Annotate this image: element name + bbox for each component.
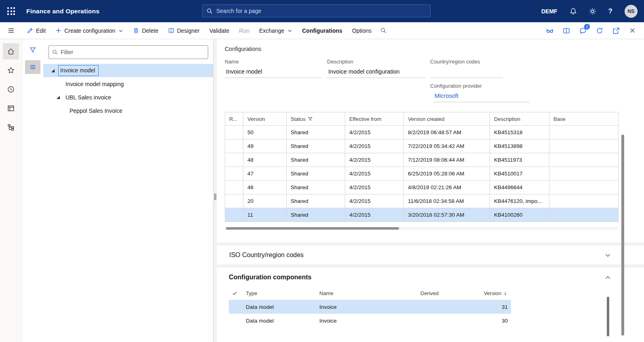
components-scrollbar[interactable] (607, 297, 609, 336)
configuration-provider-value[interactable]: Microsoft (433, 92, 530, 102)
modules-hierarchy-icon[interactable] (3, 119, 19, 135)
bell-icon[interactable] (570, 8, 577, 15)
tree-item-label: Invoice model mapping (65, 81, 124, 87)
version-row-selected[interactable]: 11 Shared 4/2/2015 3/20/2018 02:57:30 AM… (225, 208, 619, 222)
tree-filter-box[interactable] (49, 45, 208, 59)
cell-description: KB4100260 (490, 208, 549, 222)
create-configuration-button[interactable]: Create configuration (51, 22, 128, 39)
name-value[interactable]: Invoice model (225, 68, 322, 78)
create-configuration-label: Create configuration (64, 27, 115, 34)
cell-description: KB4510017 (490, 167, 549, 181)
message-balloon-icon[interactable]: 0 (577, 25, 589, 36)
column-status[interactable]: Status (287, 112, 345, 126)
tree-item-peppol-sales-invoice[interactable]: Peppol Sales Invoice (43, 104, 213, 117)
page-search-box[interactable] (202, 4, 431, 17)
cell-name-link[interactable]: Invoice (316, 300, 417, 314)
exchange-menu[interactable]: Exchange (254, 22, 297, 39)
cell-version: 47 (243, 167, 287, 181)
cell-base (549, 208, 619, 222)
configurations-menu[interactable]: Configurations (297, 22, 347, 39)
column-base[interactable]: Base (549, 112, 619, 126)
cell-name-link[interactable]: Invoice (316, 314, 417, 327)
name-label: Name (225, 59, 327, 65)
iso-section-title: ISO Country/region codes (229, 251, 304, 259)
filter-funnel-icon[interactable] (25, 43, 40, 57)
column-republish[interactable]: R... (225, 112, 243, 126)
version-row[interactable]: 48 Shared 4/2/2015 7/12/2019 08:06:44 AM… (225, 153, 619, 167)
splitter-grip[interactable] (214, 194, 216, 200)
panel-splitter[interactable] (213, 39, 217, 342)
configuration-provider-field: Configuration provider Microsoft (430, 83, 539, 102)
validate-button[interactable]: Validate (205, 22, 234, 39)
plus-icon (55, 27, 61, 34)
country-region-label: Country/region codes (430, 59, 539, 65)
designer-button[interactable]: Designer (163, 22, 205, 39)
version-row[interactable]: 50 Shared 4/2/2015 8/2/2019 06:48:57 AM … (225, 126, 619, 139)
country-region-value[interactable] (430, 68, 503, 78)
component-row[interactable]: Data model Invoice 30 (229, 314, 511, 327)
column-version[interactable]: Version (243, 112, 287, 126)
version-row[interactable]: 47 Shared 4/2/2015 6/25/2019 05:28:06 AM… (225, 167, 619, 181)
column-name[interactable]: Name (316, 287, 417, 300)
horizontal-scrollbar[interactable] (225, 227, 618, 230)
filter-funnel-icon[interactable] (308, 117, 312, 121)
tree-view-list-icon[interactable] (25, 60, 40, 74)
delete-button[interactable]: Delete (128, 22, 163, 39)
hamburger-icon[interactable] (0, 27, 22, 34)
options-menu[interactable]: Options (347, 22, 376, 39)
version-row[interactable]: 49 Shared 4/2/2015 7/22/2019 05:34:42 AM… (225, 139, 619, 153)
edit-button[interactable]: Edit (22, 22, 51, 39)
version-row[interactable]: 46 Shared 4/2/2015 4/8/2019 02:21:26 AM … (225, 181, 619, 194)
glasses-icon[interactable] (544, 25, 555, 36)
version-row[interactable]: 20 Shared 4/2/2015 11/6/2018 02:34:58 AM… (225, 194, 619, 208)
tree-item-invoice-model[interactable]: Invoice model (43, 64, 213, 77)
column-derived[interactable]: Derived (417, 287, 478, 300)
cell-base (549, 167, 619, 181)
help-icon[interactable]: ? (608, 7, 612, 15)
open-in-new-window-icon[interactable] (610, 25, 622, 36)
workspaces-icon[interactable] (3, 100, 19, 116)
refresh-icon[interactable] (593, 25, 605, 36)
chevron-down-icon[interactable] (605, 252, 611, 258)
column-version-sorted[interactable]: Version (478, 287, 511, 300)
tree-filter-input[interactable] (61, 49, 205, 55)
company-picker[interactable]: DEMF (541, 8, 557, 15)
horizontal-scrollbar-thumb[interactable] (226, 227, 399, 230)
component-row-selected[interactable]: Data model Invoice 31 (229, 300, 511, 314)
avatar[interactable]: NS (625, 5, 638, 18)
expand-triangle-icon[interactable] (51, 69, 55, 73)
column-description[interactable]: Description (490, 112, 549, 126)
column-effective-from[interactable]: Effective from (345, 112, 404, 126)
actionbar-search-icon[interactable] (376, 22, 391, 39)
favorites-star-icon[interactable] (3, 62, 19, 78)
split-view-icon[interactable] (560, 25, 572, 36)
close-icon[interactable] (627, 25, 638, 36)
cell-effective-from: 4/2/2015 (345, 139, 404, 153)
column-type[interactable]: Type (243, 287, 316, 300)
validate-label: Validate (209, 27, 230, 34)
tree-item-ubl-sales-invoice[interactable]: UBL Sales invoice (43, 91, 213, 104)
pencil-icon (27, 27, 33, 34)
chevron-up-icon[interactable] (605, 274, 611, 281)
cell-republish (225, 194, 243, 208)
tree-item-invoice-model-mapping[interactable]: Invoice model mapping (43, 77, 213, 91)
gear-icon[interactable] (589, 8, 596, 15)
column-version-created[interactable]: Version created (404, 112, 490, 126)
waffle-menu-icon[interactable] (0, 0, 22, 22)
delete-label: Delete (142, 27, 158, 34)
tree-tools (22, 39, 43, 342)
components-header[interactable]: Configuration components (229, 274, 644, 281)
recent-clock-icon[interactable] (3, 81, 19, 97)
home-icon[interactable] (3, 43, 19, 59)
cell-description: KB4511973 (490, 153, 549, 167)
description-value[interactable]: Invoice model configuration (327, 68, 426, 78)
cell-version-created: 8/2/2019 06:48:57 AM (404, 126, 490, 139)
tree-item-label: UBL Sales invoice (65, 94, 111, 101)
iso-country-region-section[interactable]: ISO Country/region codes (217, 246, 644, 264)
cell-select (229, 314, 243, 327)
expand-triangle-icon[interactable] (56, 95, 60, 99)
page-search-input[interactable] (216, 8, 426, 14)
select-all-checkmark-icon[interactable] (229, 287, 243, 300)
vertical-scrollbar[interactable] (621, 135, 624, 336)
cell-version: 11 (243, 208, 287, 222)
